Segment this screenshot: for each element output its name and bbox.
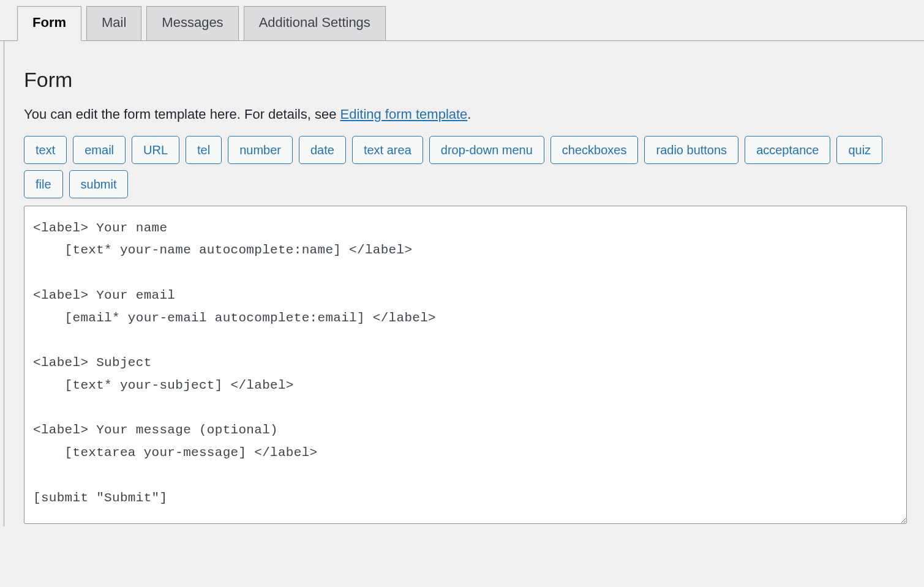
tag-quiz-button[interactable]: quiz xyxy=(836,136,882,164)
tag-radio-button[interactable]: radio buttons xyxy=(644,136,738,164)
tag-submit-button[interactable]: submit xyxy=(69,170,129,198)
tag-file-button[interactable]: file xyxy=(24,170,63,198)
desc-text-post: . xyxy=(467,107,471,122)
editing-form-template-link[interactable]: Editing form template xyxy=(340,107,467,122)
desc-text-pre: You can edit the form template here. For… xyxy=(24,107,340,122)
tag-generator-row: text email URL tel number date text area… xyxy=(24,136,907,198)
tag-text-button[interactable]: text xyxy=(24,136,67,164)
tab-bar: Form Mail Messages Additional Settings xyxy=(0,0,924,41)
tag-email-button[interactable]: email xyxy=(73,136,126,164)
tag-url-button[interactable]: URL xyxy=(132,136,179,164)
form-template-textarea[interactable]: <label> Your name [text* your-name autoc… xyxy=(24,206,907,524)
tag-checkboxes-button[interactable]: checkboxes xyxy=(550,136,639,164)
tag-date-button[interactable]: date xyxy=(299,136,346,164)
section-title: Form xyxy=(24,68,907,92)
tab-form[interactable]: Form xyxy=(17,6,81,41)
tag-number-button[interactable]: number xyxy=(228,136,293,164)
tag-tel-button[interactable]: tel xyxy=(186,136,222,164)
section-description: You can edit the form template here. For… xyxy=(24,107,907,122)
tab-messages[interactable]: Messages xyxy=(146,6,238,41)
tag-dropdown-button[interactable]: drop-down menu xyxy=(429,136,544,164)
tab-mail[interactable]: Mail xyxy=(86,6,141,41)
tab-additional-settings[interactable]: Additional Settings xyxy=(244,6,386,41)
tag-acceptance-button[interactable]: acceptance xyxy=(745,136,830,164)
form-panel: Form You can edit the form template here… xyxy=(4,41,924,526)
tag-textarea-button[interactable]: text area xyxy=(352,136,423,164)
